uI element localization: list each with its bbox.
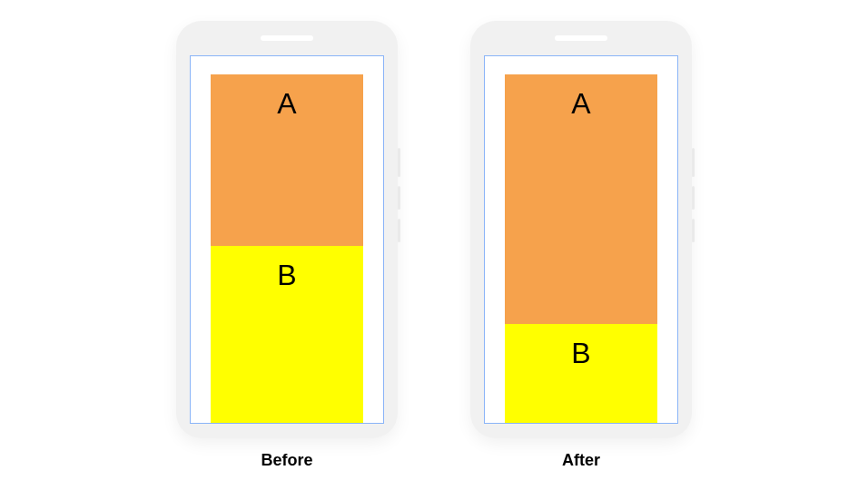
- side-button: [692, 186, 695, 210]
- side-button: [692, 219, 695, 242]
- phone-top-bar: [470, 21, 692, 55]
- block-b: B: [211, 246, 363, 424]
- side-button: [398, 148, 400, 177]
- phone-frame: A B: [470, 21, 692, 438]
- phone-side-buttons: [398, 148, 400, 242]
- phone-screen: A B: [484, 55, 678, 424]
- block-b-label: B: [571, 337, 590, 370]
- phone-frame: A B: [176, 21, 398, 438]
- block-a-label: A: [277, 87, 296, 121]
- screen-content: A B: [505, 74, 657, 424]
- caption-before: Before: [261, 451, 312, 470]
- block-a-label: A: [571, 87, 590, 121]
- speaker-slot: [555, 35, 607, 41]
- phone-after: A B After: [470, 21, 692, 470]
- side-button: [398, 219, 400, 242]
- side-button: [398, 186, 400, 210]
- phone-top-bar: [176, 21, 398, 55]
- block-a: A: [505, 74, 657, 325]
- block-b: B: [505, 324, 657, 423]
- phone-screen: A B: [190, 55, 384, 424]
- block-a: A: [211, 74, 363, 246]
- caption-after: After: [562, 451, 600, 470]
- screen-content: A B: [211, 74, 363, 424]
- block-b-label: B: [277, 259, 296, 292]
- phone-side-buttons: [692, 148, 695, 242]
- side-button: [692, 148, 695, 177]
- phone-before: A B Before: [176, 21, 398, 470]
- speaker-slot: [261, 35, 313, 41]
